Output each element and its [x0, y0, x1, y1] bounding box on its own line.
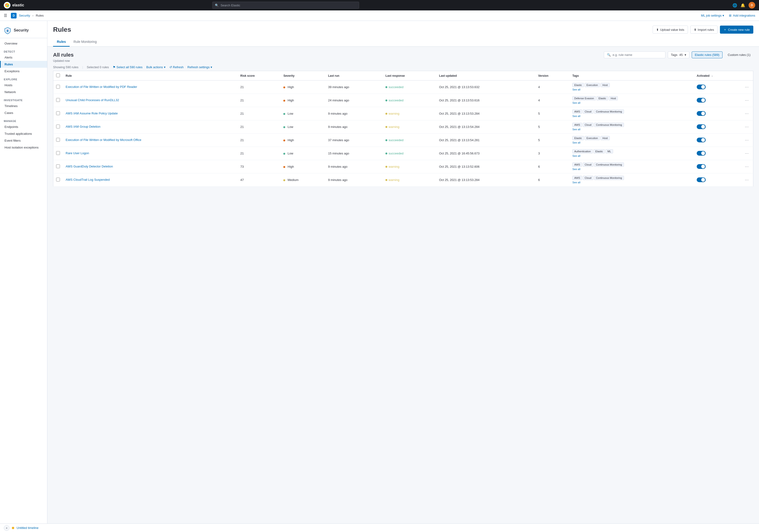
more-options-btn[interactable]: ···: [743, 85, 750, 90]
rule-name-link[interactable]: AWS CloudTrail Log Suspended: [65, 178, 110, 182]
response-text: warning: [388, 178, 399, 182]
see-all-link[interactable]: See all: [572, 102, 580, 104]
tab-rule-monitoring[interactable]: Rule Monitoring: [70, 37, 100, 47]
sidebar-item-alerts[interactable]: Alerts: [0, 54, 47, 61]
import-rules-button[interactable]: ⬆ Import rules: [690, 25, 718, 34]
rule-name-link[interactable]: AWS GuardDuty Detector Deletion: [65, 165, 113, 168]
timeline-add-button[interactable]: +: [4, 525, 10, 531]
sidebar-item-cases[interactable]: Cases: [0, 109, 47, 116]
table-row: Execution of File Written or Modified by…: [53, 81, 753, 94]
rule-name-link[interactable]: AWS IAM Assume Role Policy Update: [65, 111, 118, 115]
see-all-link[interactable]: See all: [572, 154, 580, 157]
last-run-cell: 24 minutes ago: [325, 94, 382, 107]
activated-toggle[interactable]: [697, 85, 706, 89]
sidebar-item-host-isolation[interactable]: Host isolation exceptions: [0, 144, 47, 151]
more-options-btn[interactable]: ···: [743, 98, 750, 103]
activated-toggle[interactable]: [697, 124, 706, 129]
hamburger-menu[interactable]: ☰: [4, 13, 7, 18]
upload-value-lists-button[interactable]: ⬆ Upload value lists: [653, 25, 688, 34]
row-checkbox[interactable]: [56, 85, 60, 89]
last-response-cell: warning: [382, 173, 436, 187]
sidebar-item-trusted-apps[interactable]: Trusted applications: [0, 130, 47, 137]
tab-rules[interactable]: Rules: [53, 37, 70, 47]
row-checkbox[interactable]: [56, 111, 60, 115]
version-cell: 6: [536, 173, 570, 187]
tags-cell: AWSCloudContinuous MonitoringSee all: [570, 173, 694, 187]
rule-name-link[interactable]: Execution of File Written or Modified by…: [65, 138, 141, 142]
rule-search-input[interactable]: 🔍 e.g. rule name: [604, 51, 665, 58]
last-updated-cell: Oct 25, 2021 @ 13:13:52.606: [436, 160, 536, 173]
refresh-btn[interactable]: ↺ Refresh: [169, 65, 184, 69]
sidebar-item-hosts[interactable]: Hosts: [0, 82, 47, 89]
sidebar-item-endpoints[interactable]: Endpoints: [0, 123, 47, 130]
elastic-rules-filter[interactable]: Elastic rules (589): [692, 51, 723, 58]
refresh-settings-btn[interactable]: Refresh settings ▾: [187, 65, 212, 69]
tags-cell: AWSCloudContinuous MonitoringSee all: [570, 107, 694, 120]
sidebar-item-overview[interactable]: Overview: [0, 40, 47, 47]
rule-name-link[interactable]: Rare User Logon: [65, 151, 89, 155]
sidebar-item-network[interactable]: Network: [0, 89, 47, 96]
more-options-btn[interactable]: ···: [743, 111, 750, 116]
showing-count: Showing 590 rules: [53, 65, 78, 69]
rule-name-link[interactable]: Unusual Child Processes of RunDLL32: [65, 98, 119, 102]
response-dot: [385, 179, 387, 181]
more-options-btn[interactable]: ···: [743, 178, 750, 183]
activated-toggle[interactable]: [697, 138, 706, 143]
breadcrumb-security[interactable]: Security: [19, 14, 30, 17]
row-checkbox[interactable]: [56, 98, 60, 102]
tags-filter[interactable]: Tags 45 ▾: [668, 51, 689, 58]
more-options-btn[interactable]: ···: [743, 164, 750, 169]
see-all-link[interactable]: See all: [572, 128, 580, 131]
see-all-link[interactable]: See all: [572, 88, 580, 91]
more-options-btn[interactable]: ···: [743, 124, 750, 129]
sidebar-item-timelines[interactable]: Timelines: [0, 102, 47, 109]
response-text: succeeded: [388, 138, 403, 142]
sidebar-item-exceptions[interactable]: Exceptions: [0, 68, 47, 75]
row-checkbox[interactable]: [56, 125, 60, 128]
severity-label: High: [288, 99, 294, 102]
activated-toggle[interactable]: [697, 111, 706, 116]
ml-job-settings-btn[interactable]: ML job settings ▾: [701, 14, 724, 17]
see-all-link[interactable]: See all: [572, 168, 580, 171]
global-search[interactable]: 🔍 Search Elastic: [212, 2, 359, 9]
elastic-logo-icon: [4, 2, 11, 9]
svg-rect-7: [7, 30, 8, 30]
more-options-btn[interactable]: ···: [743, 138, 750, 143]
col-severity: Severity: [280, 71, 325, 81]
activated-toggle[interactable]: [697, 151, 706, 156]
import-icon: ⬆: [694, 28, 697, 31]
last-response-cell: warning: [382, 120, 436, 134]
see-all-link[interactable]: See all: [572, 115, 580, 117]
see-all-link[interactable]: See all: [572, 181, 580, 184]
refresh-icon: ↺: [169, 65, 172, 69]
custom-rules-filter[interactable]: Custom rules (1): [725, 52, 753, 58]
help-icon[interactable]: 🌐: [733, 3, 737, 8]
select-all-checkbox[interactable]: [56, 73, 60, 77]
risk-score-cell: 21: [238, 81, 281, 94]
row-checkbox[interactable]: [56, 138, 60, 142]
row-checkbox[interactable]: [56, 164, 60, 168]
create-new-rule-button[interactable]: ＋ Create new rule: [720, 25, 753, 34]
user-avatar[interactable]: D: [748, 2, 755, 9]
notifications-icon[interactable]: 🔔: [740, 3, 745, 8]
more-options-btn[interactable]: ···: [743, 151, 750, 156]
see-all-link[interactable]: See all: [572, 141, 580, 144]
select-all-link[interactable]: ⚑ Select all 590 rules: [113, 65, 142, 69]
activated-toggle[interactable]: [697, 178, 706, 182]
rule-name-link[interactable]: AWS IAM Group Deletion: [65, 125, 100, 128]
logo-area[interactable]: elastic: [4, 2, 24, 9]
row-checkbox[interactable]: [56, 178, 60, 182]
sidebar-item-event-filters[interactable]: Event filters: [0, 137, 47, 144]
add-integrations-btn[interactable]: ⊞ Add integrations: [729, 14, 755, 17]
response-dot: [385, 100, 387, 102]
bulk-actions-btn[interactable]: Bulk actions ▾: [146, 65, 165, 69]
activated-toggle[interactable]: [697, 164, 706, 169]
sidebar-item-rules[interactable]: Rules: [0, 61, 47, 68]
all-rules-title: All rules: [53, 52, 74, 58]
activated-toggle[interactable]: [697, 98, 706, 102]
col-version: Version: [536, 71, 570, 81]
row-checkbox[interactable]: [56, 151, 60, 155]
timeline-link[interactable]: Untitled timeline: [17, 526, 39, 530]
table-row: AWS GuardDuty Detector Deletion 73 High …: [53, 160, 753, 173]
rule-name-link[interactable]: Execution of File Written or Modified by…: [65, 85, 137, 89]
